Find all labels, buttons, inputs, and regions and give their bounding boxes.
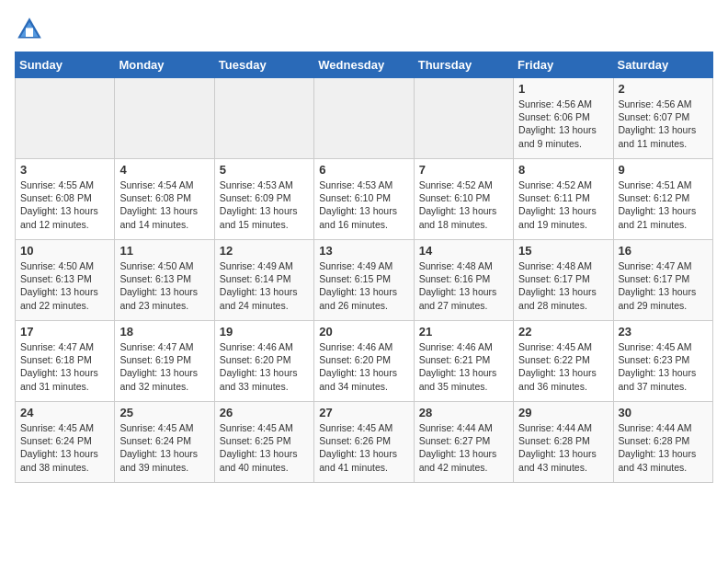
day-number: 11: [119, 244, 209, 258]
day-cell: 13Sunrise: 4:49 AM Sunset: 6:15 PM Dayli…: [314, 240, 414, 321]
weekday-header-sunday: Sunday: [16, 52, 115, 78]
day-cell: 22Sunrise: 4:45 AM Sunset: 6:22 PM Dayli…: [514, 321, 613, 402]
day-cell: 24Sunrise: 4:45 AM Sunset: 6:24 PM Dayli…: [16, 402, 115, 483]
day-detail: Sunrise: 4:50 AM Sunset: 6:13 PM Dayligh…: [119, 259, 209, 312]
day-number: 7: [419, 163, 508, 177]
day-cell: 18Sunrise: 4:47 AM Sunset: 6:19 PM Dayli…: [115, 321, 214, 402]
day-number: 30: [619, 406, 708, 419]
week-row-1: 1Sunrise: 4:56 AM Sunset: 6:06 PM Daylig…: [16, 78, 713, 159]
day-cell: 9Sunrise: 4:51 AM Sunset: 6:12 PM Daylig…: [613, 159, 712, 240]
day-detail: Sunrise: 4:45 AM Sunset: 6:22 PM Dayligh…: [518, 340, 608, 393]
day-number: 6: [319, 163, 408, 177]
weekday-header-wednesday: Wednesday: [314, 52, 414, 78]
day-detail: Sunrise: 4:50 AM Sunset: 6:13 PM Dayligh…: [20, 259, 109, 312]
day-cell: 23Sunrise: 4:45 AM Sunset: 6:23 PM Dayli…: [613, 321, 712, 402]
day-detail: Sunrise: 4:44 AM Sunset: 6:27 PM Dayligh…: [419, 421, 508, 474]
week-row-5: 24Sunrise: 4:45 AM Sunset: 6:24 PM Dayli…: [16, 402, 713, 483]
day-cell: 21Sunrise: 4:46 AM Sunset: 6:21 PM Dayli…: [414, 321, 513, 402]
day-detail: Sunrise: 4:55 AM Sunset: 6:08 PM Dayligh…: [20, 178, 109, 231]
day-number: 27: [319, 406, 408, 419]
day-detail: Sunrise: 4:47 AM Sunset: 6:18 PM Dayligh…: [20, 340, 109, 393]
weekday-header-saturday: Saturday: [613, 52, 712, 78]
day-detail: Sunrise: 4:44 AM Sunset: 6:28 PM Dayligh…: [619, 421, 708, 474]
day-number: 24: [20, 406, 109, 419]
day-detail: Sunrise: 4:48 AM Sunset: 6:17 PM Dayligh…: [518, 259, 608, 312]
logo-icon: [15, 15, 44, 44]
calendar-table: SundayMondayTuesdayWednesdayThursdayFrid…: [15, 52, 713, 483]
day-number: 21: [419, 325, 508, 339]
day-number: 14: [419, 244, 508, 258]
day-detail: Sunrise: 4:45 AM Sunset: 6:24 PM Dayligh…: [119, 421, 209, 474]
day-cell: [115, 78, 214, 159]
day-detail: Sunrise: 4:46 AM Sunset: 6:20 PM Dayligh…: [220, 340, 309, 393]
day-number: 1: [518, 82, 608, 96]
day-cell: 30Sunrise: 4:44 AM Sunset: 6:28 PM Dayli…: [613, 402, 712, 483]
day-cell: 7Sunrise: 4:52 AM Sunset: 6:10 PM Daylig…: [414, 159, 513, 240]
day-number: 15: [518, 244, 608, 258]
day-cell: 25Sunrise: 4:45 AM Sunset: 6:24 PM Dayli…: [115, 402, 214, 483]
day-number: 2: [619, 82, 708, 96]
weekday-header-monday: Monday: [115, 52, 214, 78]
day-detail: Sunrise: 4:49 AM Sunset: 6:15 PM Dayligh…: [319, 259, 408, 312]
page-header: [15, 15, 713, 44]
day-cell: 11Sunrise: 4:50 AM Sunset: 6:13 PM Dayli…: [115, 240, 214, 321]
day-cell: 2Sunrise: 4:56 AM Sunset: 6:07 PM Daylig…: [613, 78, 712, 159]
day-detail: Sunrise: 4:52 AM Sunset: 6:11 PM Dayligh…: [518, 178, 608, 231]
day-detail: Sunrise: 4:51 AM Sunset: 6:12 PM Dayligh…: [619, 178, 708, 231]
day-number: 17: [20, 325, 109, 339]
day-cell: 27Sunrise: 4:45 AM Sunset: 6:26 PM Dayli…: [314, 402, 414, 483]
day-cell: 14Sunrise: 4:48 AM Sunset: 6:16 PM Dayli…: [414, 240, 513, 321]
day-cell: [214, 78, 313, 159]
week-row-4: 17Sunrise: 4:47 AM Sunset: 6:18 PM Dayli…: [16, 321, 713, 402]
day-cell: 10Sunrise: 4:50 AM Sunset: 6:13 PM Dayli…: [16, 240, 115, 321]
day-detail: Sunrise: 4:45 AM Sunset: 6:26 PM Dayligh…: [319, 421, 408, 474]
day-cell: [414, 78, 513, 159]
day-number: 28: [419, 406, 508, 419]
day-detail: Sunrise: 4:53 AM Sunset: 6:09 PM Dayligh…: [220, 178, 309, 231]
day-cell: 1Sunrise: 4:56 AM Sunset: 6:06 PM Daylig…: [514, 78, 613, 159]
week-row-3: 10Sunrise: 4:50 AM Sunset: 6:13 PM Dayli…: [16, 240, 713, 321]
day-cell: 8Sunrise: 4:52 AM Sunset: 6:11 PM Daylig…: [514, 159, 613, 240]
day-detail: Sunrise: 4:45 AM Sunset: 6:25 PM Dayligh…: [220, 421, 309, 474]
day-number: 9: [619, 163, 708, 177]
day-number: 3: [20, 163, 109, 177]
day-cell: 26Sunrise: 4:45 AM Sunset: 6:25 PM Dayli…: [214, 402, 313, 483]
weekday-header-row: SundayMondayTuesdayWednesdayThursdayFrid…: [16, 52, 713, 78]
weekday-header-tuesday: Tuesday: [214, 52, 313, 78]
day-cell: 12Sunrise: 4:49 AM Sunset: 6:14 PM Dayli…: [214, 240, 313, 321]
day-cell: [16, 78, 115, 159]
day-cell: 20Sunrise: 4:46 AM Sunset: 6:20 PM Dayli…: [314, 321, 414, 402]
day-cell: 6Sunrise: 4:53 AM Sunset: 6:10 PM Daylig…: [314, 159, 414, 240]
day-number: 8: [518, 163, 608, 177]
day-number: 16: [619, 244, 708, 258]
day-detail: Sunrise: 4:52 AM Sunset: 6:10 PM Dayligh…: [419, 178, 508, 231]
day-number: 23: [619, 325, 708, 339]
day-number: 12: [220, 244, 309, 258]
day-detail: Sunrise: 4:54 AM Sunset: 6:08 PM Dayligh…: [119, 178, 209, 231]
day-cell: 15Sunrise: 4:48 AM Sunset: 6:17 PM Dayli…: [514, 240, 613, 321]
weekday-header-friday: Friday: [514, 52, 613, 78]
day-detail: Sunrise: 4:53 AM Sunset: 6:10 PM Dayligh…: [319, 178, 408, 231]
day-number: 5: [220, 163, 309, 177]
day-number: 10: [20, 244, 109, 258]
week-row-2: 3Sunrise: 4:55 AM Sunset: 6:08 PM Daylig…: [16, 159, 713, 240]
day-cell: [314, 78, 414, 159]
day-detail: Sunrise: 4:48 AM Sunset: 6:16 PM Dayligh…: [419, 259, 508, 312]
svg-rect-2: [26, 28, 33, 37]
day-detail: Sunrise: 4:45 AM Sunset: 6:24 PM Dayligh…: [20, 421, 109, 474]
day-cell: 3Sunrise: 4:55 AM Sunset: 6:08 PM Daylig…: [16, 159, 115, 240]
day-detail: Sunrise: 4:56 AM Sunset: 6:06 PM Dayligh…: [518, 98, 608, 150]
day-detail: Sunrise: 4:47 AM Sunset: 6:19 PM Dayligh…: [119, 340, 209, 393]
day-number: 20: [319, 325, 408, 339]
logo: [15, 15, 48, 44]
day-cell: 29Sunrise: 4:44 AM Sunset: 6:28 PM Dayli…: [514, 402, 613, 483]
day-number: 18: [119, 325, 209, 339]
day-detail: Sunrise: 4:56 AM Sunset: 6:07 PM Dayligh…: [619, 98, 708, 150]
day-cell: 5Sunrise: 4:53 AM Sunset: 6:09 PM Daylig…: [214, 159, 313, 240]
day-number: 22: [518, 325, 608, 339]
day-number: 25: [119, 406, 209, 419]
day-number: 29: [518, 406, 608, 419]
day-cell: 28Sunrise: 4:44 AM Sunset: 6:27 PM Dayli…: [414, 402, 513, 483]
day-detail: Sunrise: 4:47 AM Sunset: 6:17 PM Dayligh…: [619, 259, 708, 312]
day-number: 19: [220, 325, 309, 339]
